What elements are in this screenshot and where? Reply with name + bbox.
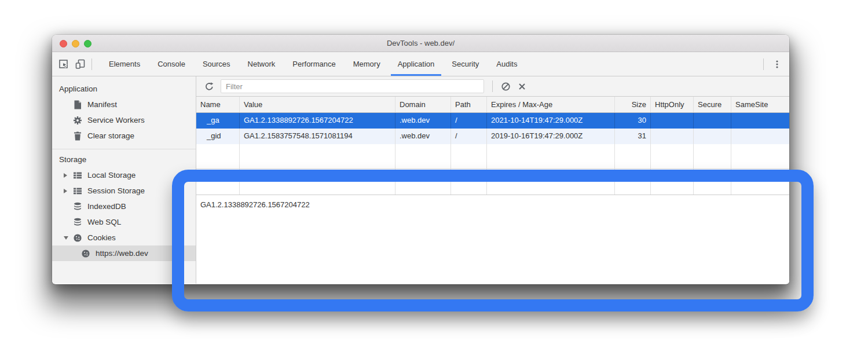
sidebar-section-application: Application: [52, 82, 196, 97]
empty-table-row: [196, 169, 789, 195]
cell-httponly[interactable]: [651, 113, 694, 129]
cell-name[interactable]: _gid: [196, 129, 240, 144]
gear-icon: [73, 116, 82, 125]
sidebar-item-label: Manifest: [87, 100, 117, 109]
tab-memory[interactable]: Memory: [345, 52, 389, 76]
tabbar-divider: [91, 58, 92, 70]
cell-domain[interactable]: .web.dev: [395, 113, 451, 129]
column-header-domain[interactable]: Domain: [395, 97, 451, 112]
column-header-name[interactable]: Name: [196, 97, 240, 112]
tab-performance[interactable]: Performance: [284, 52, 344, 76]
zoom-window-button[interactable]: [84, 40, 91, 47]
table-header-row: Name Value Domain Path Expires / Max-Age…: [196, 97, 789, 113]
sidebar-item-session-storage[interactable]: Session Storage: [52, 183, 196, 199]
tab-sources[interactable]: Sources: [194, 52, 239, 76]
column-header-expires[interactable]: Expires / Max-Age: [487, 97, 615, 112]
empty-table-row: [196, 144, 789, 169]
column-header-httponly[interactable]: HttpOnly: [651, 97, 694, 112]
cookies-pane: Name Value Domain Path Expires / Max-Age…: [196, 76, 789, 284]
tab-elements[interactable]: Elements: [100, 52, 149, 76]
traffic-lights: [60, 40, 91, 47]
sidebar-item-label: Clear storage: [87, 131, 134, 140]
column-header-path[interactable]: Path: [451, 97, 487, 112]
sidebar-item-label: https://web.dev: [96, 249, 148, 258]
cell-size[interactable]: 30: [615, 113, 651, 129]
table-icon: [73, 186, 82, 196]
refresh-button[interactable]: [201, 76, 217, 96]
minimize-window-button[interactable]: [72, 40, 79, 47]
column-header-value[interactable]: Value: [240, 97, 395, 112]
block-icon: [501, 82, 511, 91]
close-icon: [518, 82, 526, 91]
tab-network[interactable]: Network: [239, 52, 284, 76]
application-sidebar: Application Manifest: [52, 76, 196, 284]
filter-input[interactable]: [221, 79, 484, 93]
column-header-size[interactable]: Size: [615, 97, 651, 112]
delete-selected-button[interactable]: [514, 76, 530, 96]
cell-name[interactable]: _ga: [196, 113, 240, 129]
sidebar-section-storage: Storage: [52, 152, 196, 167]
tab-console[interactable]: Console: [149, 52, 194, 76]
cookies-toolbar: [196, 76, 789, 97]
tabbar-spacer: [526, 52, 760, 76]
cell-value[interactable]: GA1.2.1583757548.1571081194: [240, 129, 395, 144]
cookie-icon: [73, 233, 82, 243]
inspect-element-button[interactable]: [56, 52, 72, 76]
table-row-gid[interactable]: _gid GA1.2.1583757548.1571081194 .web.de…: [196, 129, 789, 144]
kebab-menu-icon: [772, 60, 782, 69]
sidebar-item-cookies[interactable]: Cookies: [52, 230, 196, 245]
cookie-value-preview: GA1.2.1338892726.1567204722: [196, 195, 789, 284]
tab-audits[interactable]: Audits: [488, 52, 526, 76]
cell-value[interactable]: GA1.2.1338892726.1567204722: [240, 113, 395, 129]
cookies-table: Name Value Domain Path Expires / Max-Age…: [196, 97, 789, 284]
database-icon: [73, 202, 82, 211]
sidebar-item-web-sql[interactable]: Web SQL: [52, 214, 196, 230]
sidebar-divider: [52, 149, 196, 149]
cell-path[interactable]: /: [451, 129, 487, 144]
tabbar-divider-right: [763, 58, 764, 70]
trash-icon: [73, 131, 82, 141]
tab-application[interactable]: Application: [389, 52, 444, 76]
devtools-tabbar: Elements Console Sources Network Perform…: [52, 52, 789, 76]
device-toolbar-icon: [75, 59, 85, 69]
cell-samesite[interactable]: [731, 129, 789, 144]
sidebar-item-label: Session Storage: [87, 186, 145, 195]
chevron-down-icon[interactable]: [64, 236, 73, 240]
column-header-secure[interactable]: Secure: [694, 97, 731, 112]
cell-secure[interactable]: [694, 113, 731, 129]
database-icon: [73, 218, 82, 227]
cell-httponly[interactable]: [651, 129, 694, 144]
cell-samesite[interactable]: [731, 113, 789, 129]
sidebar-item-label: Cookies: [87, 233, 116, 242]
sidebar-item-indexeddb[interactable]: IndexedDB: [52, 199, 196, 214]
sidebar-item-manifest[interactable]: Manifest: [52, 97, 196, 112]
sidebar-item-label: Local Storage: [87, 171, 135, 179]
cell-path[interactable]: /: [451, 113, 487, 129]
inspect-cursor-icon: [58, 59, 69, 69]
devtools-content: Application Manifest: [52, 76, 789, 284]
close-window-button[interactable]: [60, 40, 67, 47]
devtools-window: DevTools - web.dev/: [52, 35, 789, 284]
tab-security[interactable]: Security: [443, 52, 488, 76]
column-header-samesite[interactable]: SameSite: [731, 97, 789, 112]
device-toolbar-button[interactable]: [72, 52, 88, 76]
chevron-right-icon[interactable]: [64, 173, 73, 178]
table-row-ga[interactable]: _ga GA1.2.1338892726.1567204722 .web.dev…: [196, 113, 789, 129]
cell-size[interactable]: 31: [615, 129, 651, 144]
chevron-right-icon[interactable]: [64, 189, 73, 193]
sidebar-item-service-workers[interactable]: Service Workers: [52, 112, 196, 128]
cell-expires[interactable]: 2019-10-16T19:47:29.000Z: [487, 129, 615, 144]
refresh-icon: [204, 82, 214, 91]
table-icon: [73, 171, 82, 180]
cell-expires[interactable]: 2021-10-14T19:47:29.000Z: [487, 113, 615, 129]
window-titlebar[interactable]: DevTools - web.dev/: [52, 35, 789, 52]
more-options-button[interactable]: [767, 52, 787, 76]
clear-all-cookies-button[interactable]: [497, 76, 514, 96]
stage: DevTools - web.dev/: [0, 0, 868, 352]
sidebar-item-cookies-web-dev[interactable]: https://web.dev: [52, 245, 196, 261]
sidebar-item-clear-storage[interactable]: Clear storage: [52, 128, 196, 144]
cell-domain[interactable]: .web.dev: [395, 129, 451, 144]
sidebar-item-local-storage[interactable]: Local Storage: [52, 167, 196, 183]
cell-secure[interactable]: [694, 129, 731, 144]
manifest-icon: [73, 100, 82, 109]
